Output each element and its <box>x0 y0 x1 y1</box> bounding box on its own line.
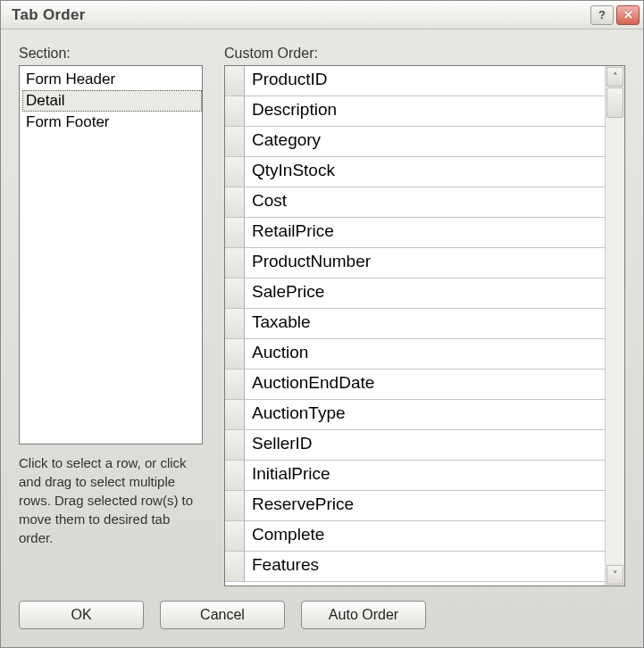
custom-order-grid-wrap: ProductIDDescriptionCategoryQtyInStockCo… <box>224 65 625 586</box>
row-handle[interactable] <box>225 278 245 308</box>
row-label: AuctionEndDate <box>245 370 605 399</box>
section-item[interactable]: Detail <box>22 90 202 112</box>
grid-row[interactable]: RetailPrice <box>225 218 605 248</box>
row-label: SalePrice <box>245 278 605 308</box>
grid-row[interactable]: SellerID <box>225 430 605 461</box>
row-label: Auction <box>245 339 605 369</box>
grid-row[interactable]: Cost <box>225 187 605 218</box>
row-handle[interactable] <box>225 370 245 399</box>
help-icon: ? <box>598 8 606 21</box>
row-handle[interactable] <box>225 400 245 429</box>
row-handle[interactable] <box>225 66 245 96</box>
grid-row[interactable]: Description <box>225 96 605 127</box>
ok-button[interactable]: OK <box>19 601 144 629</box>
close-button[interactable]: ✕ <box>616 5 640 25</box>
section-column: Section: Form HeaderDetailForm Footer Cl… <box>19 46 203 586</box>
vertical-scrollbar[interactable]: ˄ ˅ <box>605 66 624 586</box>
row-label: ReservePrice <box>245 491 605 520</box>
row-handle[interactable] <box>225 552 245 581</box>
row-label: Category <box>245 127 605 156</box>
row-handle[interactable] <box>225 218 245 247</box>
section-listbox[interactable]: Form HeaderDetailForm Footer <box>19 65 203 444</box>
row-handle[interactable] <box>225 127 245 156</box>
cancel-button[interactable]: Cancel <box>160 601 285 629</box>
grid-row[interactable]: InitialPrice <box>225 461 605 491</box>
grid-row[interactable]: AuctionType <box>225 400 605 430</box>
section-item[interactable]: Form Footer <box>22 112 202 133</box>
grid-row[interactable]: SalePrice <box>225 278 605 309</box>
row-handle[interactable] <box>225 461 245 490</box>
grid-row[interactable]: QtyInStock <box>225 157 605 187</box>
row-label: ProductID <box>245 66 605 96</box>
scroll-thumb[interactable] <box>606 87 623 118</box>
auto-order-button[interactable]: Auto Order <box>301 601 426 629</box>
tab-order-dialog: Tab Order ? ✕ Section: Form HeaderDetail… <box>0 0 644 648</box>
close-icon: ✕ <box>623 8 633 21</box>
row-handle[interactable] <box>225 491 245 520</box>
row-label: SellerID <box>245 430 605 460</box>
row-label: Complete <box>245 521 605 551</box>
row-label: QtyInStock <box>245 157 605 187</box>
row-label: ProductNumber <box>245 248 605 278</box>
row-label: AuctionType <box>245 400 605 429</box>
dialog-footer: OK Cancel Auto Order <box>1 586 643 647</box>
row-handle[interactable] <box>225 96 245 126</box>
row-label: Cost <box>245 187 605 217</box>
row-handle[interactable] <box>225 521 245 551</box>
grid-row[interactable]: Category <box>225 127 605 157</box>
grid-row[interactable]: AuctionEndDate <box>225 370 605 400</box>
scroll-track[interactable] <box>606 87 624 564</box>
grid-row[interactable]: Auction <box>225 339 605 370</box>
row-label: Features <box>245 552 605 581</box>
row-handle[interactable] <box>225 430 245 460</box>
grid-row[interactable]: ProductID <box>225 66 605 96</box>
grid-row[interactable]: Features <box>225 552 605 582</box>
section-item[interactable]: Form Header <box>22 69 202 90</box>
scroll-up-button[interactable]: ˄ <box>606 67 623 87</box>
custom-order-label: Custom Order: <box>224 46 625 62</box>
row-label: InitialPrice <box>245 461 605 490</box>
row-label: RetailPrice <box>245 218 605 247</box>
row-handle[interactable] <box>225 248 245 278</box>
row-handle[interactable] <box>225 187 245 217</box>
grid-row[interactable]: ReservePrice <box>225 491 605 521</box>
grid-row[interactable]: Complete <box>225 521 605 552</box>
scroll-down-button[interactable]: ˅ <box>606 565 623 585</box>
row-handle[interactable] <box>225 157 245 187</box>
row-label: Description <box>245 96 605 126</box>
section-label: Section: <box>19 46 203 62</box>
row-label: Taxable <box>245 309 605 338</box>
grid-row[interactable]: ProductNumber <box>225 248 605 278</box>
dialog-body: Section: Form HeaderDetailForm Footer Cl… <box>1 29 643 586</box>
custom-order-column: Custom Order: ProductIDDescriptionCatego… <box>224 46 625 586</box>
row-handle[interactable] <box>225 339 245 369</box>
help-button[interactable]: ? <box>590 5 614 25</box>
grid-row[interactable]: Taxable <box>225 309 605 339</box>
row-handle[interactable] <box>225 309 245 338</box>
hint-text: Click to select a row, or click and drag… <box>19 453 203 547</box>
window-title: Tab Order <box>12 6 588 24</box>
custom-order-grid[interactable]: ProductIDDescriptionCategoryQtyInStockCo… <box>225 66 605 586</box>
titlebar: Tab Order ? ✕ <box>1 1 643 29</box>
chevron-up-icon: ˄ <box>613 71 618 83</box>
chevron-down-icon: ˅ <box>613 569 618 581</box>
